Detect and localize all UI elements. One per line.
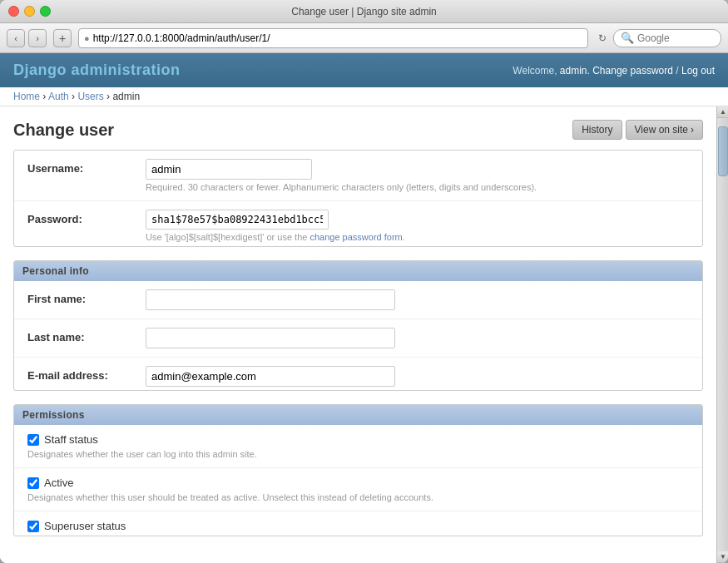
change-password-link[interactable]: Change password [592,65,673,77]
first-name-field [146,289,689,310]
last-name-row: Last name: [14,319,702,358]
back-button[interactable]: ‹ [7,29,25,47]
superuser-label[interactable]: Superuser status [27,520,126,532]
traffic-lights [8,6,51,17]
address-bar: ● [78,28,588,48]
maximize-button[interactable] [40,6,51,17]
header-actions: History View on site › [572,120,703,140]
window-title: Change user | Django site admin [291,6,437,17]
scroll-down-arrow[interactable]: ▼ [717,551,728,563]
url-input[interactable] [93,32,582,44]
breadcrumb: Home › Auth › Users › admin [0,87,728,106]
password-input[interactable] [146,210,329,230]
first-name-label: First name: [27,289,136,305]
permissions-header: Permissions [14,405,702,425]
email-label: E-mail address: [27,366,136,382]
breadcrumb-auth[interactable]: Auth [48,91,69,102]
search-icon: 🔍 [621,32,634,44]
security-icon: ● [84,33,90,43]
active-checkbox[interactable] [27,477,39,489]
username-label: Username: [27,159,136,175]
password-label: Password: [27,210,136,225]
breadcrumb-current: admin [112,91,140,102]
password-row: Password: Use '[algo]$[salt]$[hexdigest]… [14,201,702,247]
staff-status-label[interactable]: Staff status [27,433,98,446]
breadcrumb-users[interactable]: Users [77,91,103,102]
active-row: Active Designates whether this user shou… [14,468,702,511]
brand-logo: Django administration [13,62,181,79]
new-tab-button[interactable]: + [53,29,72,47]
close-button[interactable] [8,6,19,17]
scrollbar[interactable]: ▲ ▼ [716,106,728,563]
last-name-label: Last name: [27,328,136,343]
user-info: Welcome, admin. Change password / Log ou… [513,65,715,77]
credentials-section: Username: Required. 30 characters or few… [13,150,703,247]
staff-status-help: Designates whether the user can log into… [27,449,257,459]
personal-info-section: Personal info First name: Last name: [13,260,703,391]
last-name-input[interactable] [146,328,395,348]
superuser-checkbox[interactable] [27,521,39,532]
active-help: Designates whether this user should be t… [27,492,433,502]
content-area: Django administration Welcome, admin. Ch… [0,53,728,563]
search-bar: 🔍 [613,29,721,47]
username-field: Required. 30 characters or fewer. Alphan… [146,159,689,192]
first-name-input[interactable] [146,289,395,310]
viewsite-button[interactable]: View on site › [626,120,703,140]
admin-header: Django administration Welcome, admin. Ch… [0,53,728,87]
first-name-row: First name: [14,281,702,319]
logout-link[interactable]: Log out [681,65,715,77]
staff-status-row: Staff status Designates whether the user… [14,425,702,468]
scroll-thumb[interactable] [718,126,728,176]
email-field [146,366,689,387]
email-row: E-mail address: [14,358,702,391]
nav-bar: ‹ › + ● ↻ 🔍 [0,23,728,53]
history-button[interactable]: History [572,120,622,140]
password-field: Use '[algo]$[salt]$[hexdigest]' or use t… [146,210,689,242]
title-bar: Change user | Django site admin [0,0,728,23]
scroll-up-arrow[interactable]: ▲ [717,106,728,118]
username-help: Required. 30 characters or fewer. Alphan… [146,182,689,192]
username-input[interactable] [146,159,312,180]
active-label[interactable]: Active [27,477,73,489]
main-content: Change user History View on site › Usern… [0,106,716,563]
breadcrumb-home[interactable]: Home [13,91,40,102]
search-input[interactable] [637,32,712,44]
password-help: Use '[algo]$[salt]$[hexdigest]' or use t… [146,232,689,242]
email-input[interactable] [146,366,395,387]
change-password-form-link[interactable]: change password form [310,232,402,242]
last-name-field [146,328,689,348]
forward-button[interactable]: › [28,29,47,47]
staff-status-checkbox[interactable] [27,434,39,446]
personal-info-header: Personal info [14,261,702,281]
username-row: Username: Required. 30 characters or few… [14,151,702,201]
superuser-row: Superuser status [14,511,702,536]
page-title: Change user [13,121,114,140]
username-link[interactable]: admin. [560,65,590,77]
scroll-track[interactable] [717,118,728,551]
refresh-button[interactable]: ↻ [595,31,610,46]
page-header: Change user History View on site › [13,120,703,140]
minimize-button[interactable] [24,6,35,17]
permissions-section: Permissions Staff status Designates whet… [13,404,703,536]
